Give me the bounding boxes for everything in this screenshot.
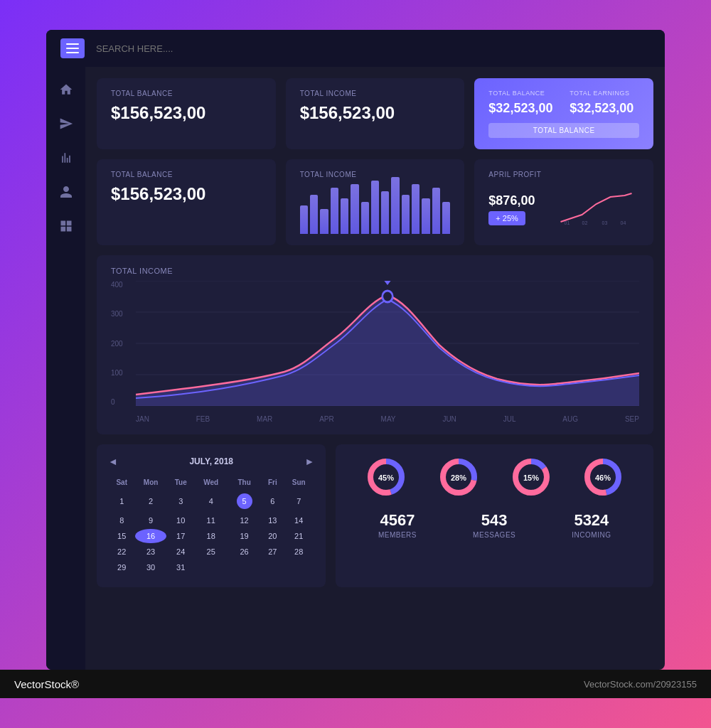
calendar-day[interactable]: 22 bbox=[109, 545, 134, 559]
calendar-day[interactable]: 31 bbox=[168, 560, 194, 574]
highlight-block-2: TOTAL EARNINGS $32,523,00 bbox=[570, 90, 639, 116]
x-mar: MAR bbox=[257, 415, 272, 423]
calendar-next[interactable]: ► bbox=[305, 456, 315, 467]
svg-text:28%: 28% bbox=[451, 473, 466, 482]
card2-value: $156,523,00 bbox=[300, 103, 451, 123]
bar-item bbox=[391, 177, 399, 234]
cal-tue: Tue bbox=[168, 476, 194, 489]
donut-2: 28% bbox=[437, 456, 480, 498]
calendar-week-row: 891011121314 bbox=[109, 513, 313, 528]
calendar-week-row: 15161718192021 bbox=[109, 529, 313, 543]
sidebar-item-user[interactable] bbox=[58, 183, 75, 200]
sidebar bbox=[46, 67, 85, 670]
bar-item bbox=[442, 202, 450, 234]
calendar-day[interactable]: 1 bbox=[109, 491, 134, 512]
chart-icon bbox=[59, 151, 73, 165]
profit-value: $876,00 bbox=[488, 193, 546, 208]
svg-text:02: 02 bbox=[582, 220, 588, 225]
calendar-day[interactable]: 20 bbox=[262, 529, 283, 543]
calendar-day[interactable]: 9 bbox=[135, 513, 166, 528]
calendar-day[interactable]: 3 bbox=[168, 491, 194, 512]
calendar-day[interactable]: 13 bbox=[262, 513, 283, 528]
calendar-prev[interactable]: ◄ bbox=[108, 456, 118, 467]
calendar-day[interactable]: 10 bbox=[168, 513, 194, 528]
profit-row: $876,00 + 25% 01 02 03 04 bbox=[488, 190, 639, 228]
members-value: 4567 bbox=[378, 511, 417, 530]
calendar-day[interactable]: 23 bbox=[135, 545, 166, 559]
card1-label: TOTAL BALANCE bbox=[111, 90, 262, 97]
mini-line-chart: 01 02 03 04 bbox=[553, 190, 639, 228]
donut-chart-3: 15% bbox=[510, 456, 552, 498]
y-label-300: 300 bbox=[111, 310, 123, 318]
line-chart-area: 400 300 200 100 0 bbox=[111, 281, 639, 423]
calendar-day[interactable]: 7 bbox=[284, 491, 313, 512]
calendar-day[interactable]: 24 bbox=[168, 545, 194, 559]
calendar-day[interactable]: 15 bbox=[109, 529, 134, 543]
donut-1: 45% bbox=[365, 456, 407, 498]
highlight-value-2: $32,523,00 bbox=[570, 101, 639, 116]
calendar-day[interactable]: 21 bbox=[284, 529, 313, 543]
dashboard: TOTAL BALANCE $156,523,00 TOTAL INCOME $… bbox=[46, 30, 665, 670]
calendar-day[interactable]: 5 bbox=[228, 491, 261, 512]
calendar-day[interactable]: 17 bbox=[168, 529, 194, 543]
svg-marker-13 bbox=[384, 281, 390, 285]
calendar-day[interactable]: 26 bbox=[228, 545, 261, 559]
calendar-day[interactable]: 19 bbox=[228, 529, 261, 543]
bar-item bbox=[341, 198, 348, 234]
calendar-day[interactable]: 16 bbox=[135, 529, 166, 543]
bar-item bbox=[412, 184, 419, 234]
calendar-day[interactable]: 28 bbox=[284, 545, 313, 559]
calendar-day[interactable]: 8 bbox=[109, 513, 134, 528]
calendar-day[interactable]: 30 bbox=[135, 560, 166, 574]
sidebar-item-chart[interactable] bbox=[58, 149, 75, 166]
x-jun: JUN bbox=[442, 415, 456, 423]
calendar-day[interactable]: 6 bbox=[262, 491, 283, 512]
donut-chart-4: 46% bbox=[582, 456, 624, 498]
calendar-day bbox=[262, 560, 283, 574]
bar-item bbox=[381, 191, 389, 234]
line-chart-card: TOTAL INCOME 400 300 200 100 0 bbox=[97, 255, 653, 434]
search-input[interactable] bbox=[96, 43, 215, 54]
profit-left: $876,00 + 25% bbox=[488, 193, 546, 225]
sidebar-item-grid[interactable] bbox=[58, 218, 75, 235]
calendar-day[interactable]: 25 bbox=[196, 545, 227, 559]
home-icon bbox=[59, 82, 73, 97]
messages-stat: 543 MESSAGES bbox=[473, 511, 515, 539]
calendar-day[interactable]: 27 bbox=[262, 545, 283, 559]
highlight-block-1: TOTAL BALANCE $32,523,00 bbox=[488, 90, 558, 116]
x-jul: JUL bbox=[503, 415, 516, 423]
total-balance-button[interactable]: TOTAL BALANCE bbox=[488, 123, 639, 138]
menu-line bbox=[66, 52, 79, 53]
profit-badge: + 25% bbox=[488, 211, 525, 225]
calendar-day[interactable]: 29 bbox=[109, 560, 134, 574]
calendar-day[interactable]: 18 bbox=[196, 529, 227, 543]
menu-button[interactable] bbox=[60, 38, 85, 58]
svg-point-9 bbox=[383, 291, 393, 302]
y-label-200: 200 bbox=[111, 340, 123, 348]
bar-item bbox=[361, 202, 369, 234]
user-icon bbox=[59, 185, 73, 199]
x-sep: SEP bbox=[625, 415, 639, 423]
calendar-day[interactable]: 2 bbox=[135, 491, 166, 512]
y-label-100: 100 bbox=[111, 369, 123, 377]
line-chart-title: TOTAL INCOME bbox=[111, 267, 639, 275]
watermark-bar: VectorStock® VectorStock.com/20923155 bbox=[0, 670, 711, 698]
calendar-day[interactable]: 11 bbox=[196, 513, 227, 528]
card1-value: $156,523,00 bbox=[111, 103, 262, 123]
calendar-header: ◄ JULY, 2018 ► bbox=[108, 456, 314, 467]
cal-wed: Wed bbox=[196, 476, 227, 489]
y-label-400: 400 bbox=[111, 281, 123, 289]
watermark-right: VectorStock.com/20923155 bbox=[584, 679, 697, 690]
topbar bbox=[46, 30, 665, 67]
bar-item bbox=[310, 195, 318, 234]
calendar-day[interactable]: 14 bbox=[284, 513, 313, 528]
x-apr: APR bbox=[319, 415, 334, 423]
stats-row-2: TOTAL BALANCE $156,523,00 TOTAL INCOME A… bbox=[97, 159, 653, 245]
sidebar-item-send[interactable] bbox=[58, 115, 75, 132]
income-bar-card: TOTAL INCOME bbox=[286, 159, 465, 245]
calendar-day[interactable]: 12 bbox=[228, 513, 261, 528]
send-icon bbox=[59, 117, 73, 131]
cal-thu: Thu bbox=[228, 476, 261, 489]
sidebar-item-home[interactable] bbox=[58, 81, 75, 98]
calendar-day[interactable]: 4 bbox=[196, 491, 227, 512]
